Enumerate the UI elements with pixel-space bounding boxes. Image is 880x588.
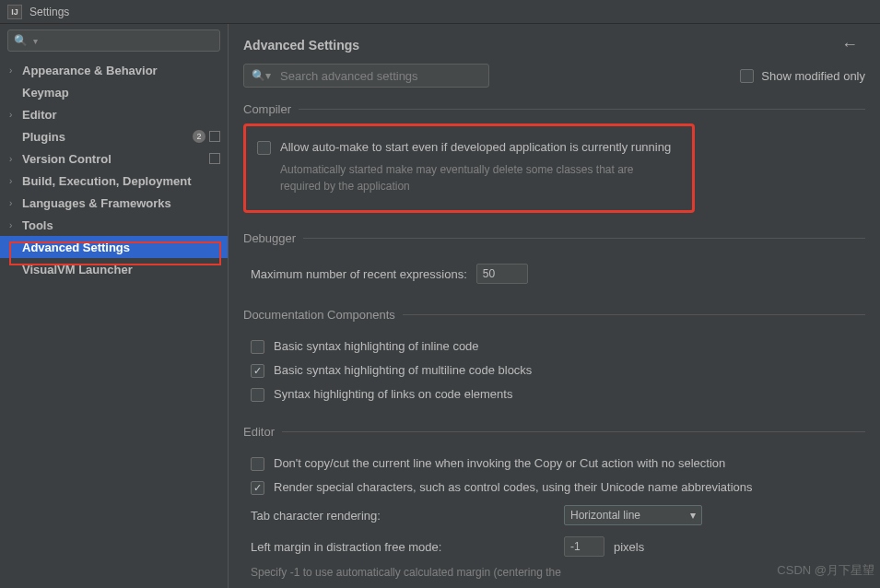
sidebar-item-label: Tools — [22, 218, 228, 232]
settings-search-input[interactable]: 🔍▾ Search advanced settings — [243, 64, 489, 88]
tab-rendering-value: Horizontal line — [570, 509, 640, 522]
sidebar-item-label: Version Control — [22, 152, 209, 166]
dont-copy-cut-checkbox[interactable] — [251, 457, 264, 471]
page-title: Advanced Settings — [243, 38, 834, 53]
sidebar-item-tools[interactable]: › Tools — [0, 214, 228, 236]
project-badge-icon — [209, 131, 220, 142]
search-dropdown-icon: ▾ — [33, 36, 38, 46]
sidebar-item-label: Advanced Settings — [22, 241, 228, 254]
chevron-right-icon: › — [9, 176, 22, 186]
chevron-right-icon: › — [9, 154, 22, 164]
show-modified-checkbox[interactable] — [740, 69, 754, 83]
tab-rendering-label: Tab character rendering: — [251, 509, 555, 523]
sidebar-item-languages[interactable]: › Languages & Frameworks — [0, 192, 228, 214]
section-separator — [403, 314, 865, 315]
max-expr-input[interactable] — [476, 264, 528, 284]
dont-copy-cut-label: Don't copy/cut the current line when inv… — [274, 456, 725, 470]
back-arrow-icon[interactable]: ← — [834, 35, 865, 54]
sidebar-item-editor[interactable]: › Editor — [0, 103, 228, 125]
inline-code-highlight-checkbox[interactable] — [251, 340, 264, 354]
section-separator — [282, 431, 865, 432]
sidebar-item-plugins[interactable]: › Plugins 2 — [0, 125, 228, 147]
sidebar-search[interactable]: 🔍 ▾ — [7, 29, 220, 52]
inline-code-highlight-label: Basic syntax highlighting of inline code — [274, 339, 479, 353]
app-icon: IJ — [7, 5, 22, 19]
settings-tree: › Appearance & Behavior › Keymap › Edito… — [0, 57, 228, 588]
section-debugger-title: Debugger — [243, 231, 296, 245]
left-margin-label: Left margin in distraction free mode: — [251, 540, 555, 554]
section-separator — [299, 109, 865, 110]
highlight-box-compiler: Allow auto-make to start even if develop… — [243, 123, 695, 213]
sidebar-item-label: Editor — [22, 108, 228, 122]
sidebar-item-label: Languages & Frameworks — [22, 196, 228, 210]
project-badge-icon — [209, 153, 220, 164]
section-doc-title: Documentation Components — [243, 308, 395, 322]
sidebar-item-keymap[interactable]: › Keymap — [0, 81, 228, 103]
sidebar-item-label: VisualVM Launcher — [22, 263, 228, 276]
sidebar-item-version-control[interactable]: › Version Control — [0, 147, 228, 170]
chevron-right-icon: › — [9, 110, 22, 120]
chevron-right-icon: › — [9, 198, 22, 208]
titlebar: IJ Settings — [0, 0, 880, 24]
tab-rendering-select[interactable]: Horizontal line ▾ — [564, 505, 702, 525]
render-special-chars-checkbox[interactable] — [251, 481, 264, 495]
multiline-code-highlight-checkbox[interactable] — [251, 364, 264, 378]
show-modified-label: Show modified only — [761, 69, 865, 83]
window-title: Settings — [29, 6, 69, 18]
section-compiler-title: Compiler — [243, 102, 291, 116]
search-icon: 🔍▾ — [252, 69, 271, 82]
links-highlight-label: Syntax highlighting of links on code ele… — [274, 387, 512, 401]
allow-auto-make-checkbox[interactable] — [257, 141, 271, 155]
sidebar-item-label: Keymap — [22, 86, 228, 100]
sidebar: 🔍 ▾ › Appearance & Behavior › Keymap › E… — [0, 24, 229, 588]
allow-auto-make-desc: Automatically started make may eventuall… — [280, 161, 649, 194]
links-highlight-checkbox[interactable] — [251, 388, 264, 402]
sidebar-item-label: Build, Execution, Deployment — [22, 174, 228, 188]
left-margin-unit: pixels — [614, 540, 644, 554]
search-icon: 🔍 — [14, 34, 28, 47]
main-panel: Advanced Settings ← 🔍▾ Search advanced s… — [229, 24, 880, 588]
left-margin-desc: Specify -1 to use automatically calculat… — [251, 562, 865, 581]
left-margin-input[interactable] — [564, 536, 604, 557]
update-badge: 2 — [193, 130, 205, 143]
chevron-down-icon: ▾ — [690, 509, 696, 522]
sidebar-item-advanced-settings[interactable]: › Advanced Settings — [0, 236, 228, 258]
render-special-chars-label: Render special characters, such as contr… — [274, 480, 753, 494]
sidebar-item-appearance[interactable]: › Appearance & Behavior — [0, 59, 228, 81]
sidebar-item-build[interactable]: › Build, Execution, Deployment — [0, 170, 228, 192]
max-expr-label: Maximum number of recent expressions: — [251, 267, 467, 281]
allow-auto-make-label: Allow auto-make to start even if develop… — [280, 140, 671, 154]
section-separator — [303, 238, 865, 239]
multiline-code-highlight-label: Basic syntax highlighting of multiline c… — [274, 363, 532, 377]
sidebar-item-label: Plugins — [22, 130, 193, 144]
chevron-right-icon: › — [9, 65, 22, 76]
sidebar-item-label: Appearance & Behavior — [22, 64, 228, 77]
chevron-right-icon: › — [9, 220, 22, 230]
section-editor-title: Editor — [243, 425, 275, 439]
search-placeholder: Search advanced settings — [280, 69, 418, 83]
sidebar-item-visualvm[interactable]: › VisualVM Launcher — [0, 258, 228, 280]
